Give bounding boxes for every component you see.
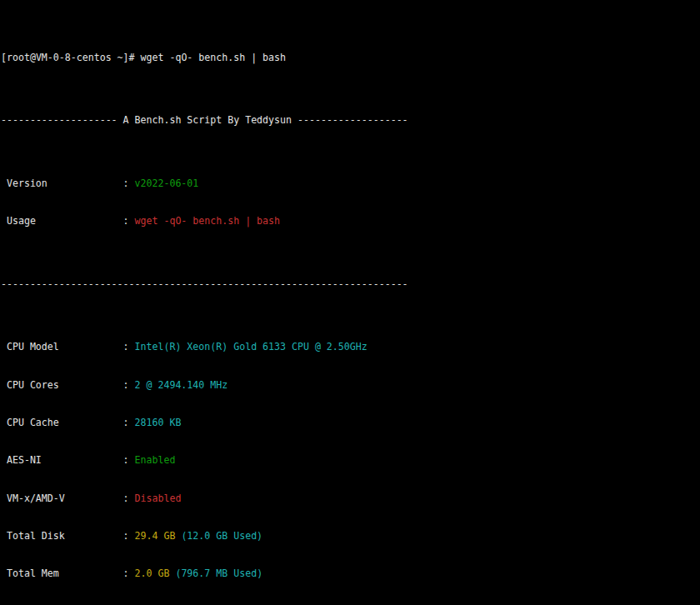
info-value: 29.4 GB	[135, 530, 182, 542]
colon: :	[123, 178, 135, 189]
colon: :	[123, 215, 135, 227]
info-label: Usage	[7, 215, 123, 228]
info-label: AES-NI	[7, 454, 123, 467]
colon: :	[123, 379, 135, 391]
info-value-2: (12.0 GB Used)	[181, 530, 262, 542]
info-line: CPU Cache: 28160 KB	[1, 417, 700, 429]
info-label: Total Disk	[7, 530, 123, 542]
info-line: CPU Cores: 2 @ 2494.140 MHz	[1, 379, 700, 392]
info-label: CPU Cores	[7, 379, 123, 392]
info-value: Intel(R) Xeon(R) Gold 6133 CPU @ 2.50GHz	[135, 341, 368, 352]
separator-line: ----------------------------------------…	[1, 278, 700, 291]
colon: :	[123, 492, 135, 504]
colon: :	[123, 454, 135, 466]
info-line: Total Mem: 2.0 GB (796.7 MB Used)	[1, 568, 700, 580]
info-value: 2 @ 2494.140 MHz	[135, 379, 228, 391]
info-line-usage: Usage: wget -qO- bench.sh | bash	[1, 215, 700, 228]
info-label: Total Mem	[7, 568, 123, 580]
colon: :	[123, 341, 135, 352]
info-value: v2022-06-01	[135, 178, 199, 189]
colon: :	[123, 417, 135, 428]
command-line: [root@VM-0-8-centos ~]# wget -qO- bench.…	[1, 52, 700, 64]
info-line: VM-x/AMD-V: Disabled	[1, 492, 700, 505]
shell-command: wget -qO- bench.sh | bash	[141, 52, 287, 63]
banner-title-line: -------------------- A Bench.sh Script B…	[1, 114, 700, 127]
info-value: 28160 KB	[135, 417, 182, 428]
info-value-2: (796.7 MB Used)	[175, 568, 262, 579]
shell-prompt: [root@VM-0-8-centos ~]#	[1, 52, 141, 63]
info-value: Enabled	[135, 454, 176, 466]
info-value: Disabled	[135, 492, 182, 504]
info-label: CPU Model	[7, 341, 123, 353]
info-line-version: Version: v2022-06-01	[1, 178, 700, 190]
info-line: CPU Model: Intel(R) Xeon(R) Gold 6133 CP…	[1, 341, 700, 353]
colon: :	[123, 530, 135, 542]
info-value: 2.0 GB	[135, 568, 176, 579]
info-label: Version	[7, 178, 123, 190]
info-value: wget -qO- bench.sh | bash	[135, 215, 281, 227]
info-line: AES-NI: Enabled	[1, 454, 700, 467]
info-label: CPU Cache	[7, 417, 123, 429]
info-line: Total Disk: 29.4 GB (12.0 GB Used)	[1, 530, 700, 542]
colon: :	[123, 568, 135, 579]
info-label: VM-x/AMD-V	[7, 492, 123, 505]
terminal-window[interactable]: [root@VM-0-8-centos ~]# wget -qO- bench.…	[0, 0, 700, 605]
